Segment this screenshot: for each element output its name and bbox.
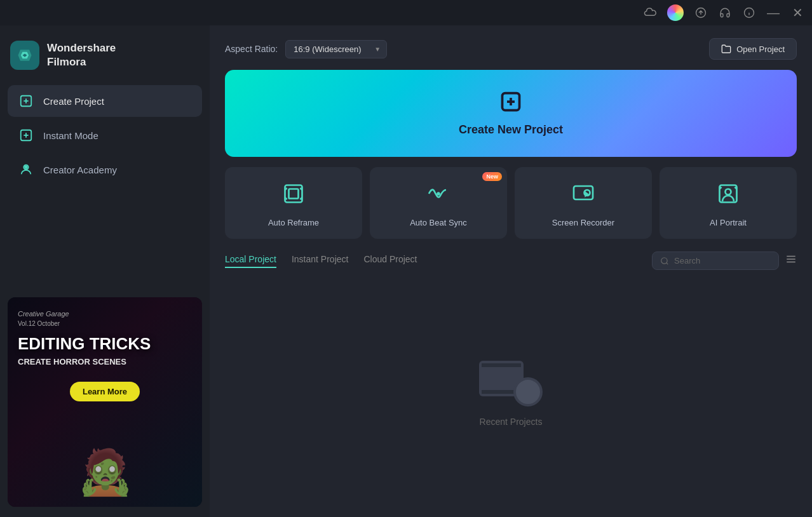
titlebar: — ✕ (0, 0, 812, 25)
instant-mode-icon (18, 127, 34, 144)
projects-header: Local Project Instant Project Cloud Proj… (225, 252, 797, 270)
aspect-ratio-label: Aspect Ratio: (225, 44, 278, 54)
cloud-icon[interactable] (643, 6, 657, 20)
feature-card-screen-recorder[interactable]: Screen Recorder (515, 167, 652, 239)
promo-desc: CREATE HORROR SCENES (18, 357, 192, 366)
sidebar-item-instant-mode-label: Instant Mode (43, 130, 98, 141)
headphones-icon[interactable] (718, 6, 732, 20)
project-tabs: Local Project Instant Project Cloud Proj… (225, 254, 417, 268)
svg-point-19 (438, 193, 440, 195)
aspect-ratio-wrapper: 16:9 (Widescreen) 9:16 (Portrait) 1:1 (S… (285, 40, 387, 58)
create-banner-icon (499, 90, 522, 118)
tab-cloud-project[interactable]: Cloud Project (363, 254, 417, 268)
feature-card-auto-beat-sync[interactable]: New Auto Beat Sync (370, 167, 507, 239)
list-view-icon[interactable] (785, 253, 797, 268)
sidebar-item-creator-academy[interactable]: Creator Academy (8, 154, 202, 185)
promo-subtitle: Creative Garage (18, 310, 192, 318)
svg-point-23 (726, 189, 731, 195)
promo-card[interactable]: Creative Garage Vol.12 October EDITING T… (8, 297, 202, 507)
promo-title: EDITING TRICKS (18, 335, 192, 353)
promo-content: Creative Garage Vol.12 October EDITING T… (8, 297, 202, 507)
aspect-ratio-select[interactable]: 16:9 (Widescreen) 9:16 (Portrait) 1:1 (S… (285, 40, 387, 58)
tab-instant-project[interactable]: Instant Project (292, 254, 349, 268)
svg-point-24 (661, 257, 667, 263)
app-logo (10, 41, 39, 70)
sidebar: Wondershare Filmora Create Project (0, 25, 210, 517)
sidebar-item-instant-mode[interactable]: Instant Mode (8, 119, 202, 151)
search-icon (660, 257, 669, 265)
app-container: Wondershare Filmora Create Project (0, 25, 812, 517)
svg-rect-17 (285, 185, 302, 203)
app-name: Wondershare Filmora (47, 41, 116, 69)
empty-state: Recent Projects (225, 278, 797, 504)
auto-beat-sync-label: Auto Beat Sync (410, 218, 467, 227)
folder-icon (721, 44, 731, 54)
film-circle (513, 377, 543, 406)
new-badge: New (482, 172, 502, 181)
screen-recorder-icon (572, 182, 595, 210)
feature-cards: Auto Reframe New Auto Beat Sync (225, 167, 797, 239)
close-button[interactable]: ✕ (790, 6, 804, 20)
screen-recorder-label: Screen Recorder (552, 218, 614, 227)
ai-portrait-icon (717, 182, 740, 210)
creator-academy-icon (18, 161, 34, 178)
create-banner-text: Create New Project (459, 123, 563, 137)
svg-point-13 (25, 166, 27, 169)
feature-card-ai-portrait[interactable]: AI Portrait (660, 167, 797, 239)
feature-card-auto-reframe[interactable]: Auto Reframe (225, 167, 362, 239)
main-content: Aspect Ratio: 16:9 (Widescreen) 9:16 (Po… (210, 25, 812, 517)
top-bar: Aspect Ratio: 16:9 (Widescreen) 9:16 (Po… (225, 38, 797, 60)
promo-learn-more-button[interactable]: Learn More (70, 382, 140, 401)
upload-icon[interactable] (694, 6, 708, 20)
aspect-ratio-area: Aspect Ratio: 16:9 (Widescreen) 9:16 (Po… (225, 40, 387, 58)
create-project-icon (18, 93, 34, 109)
auto-reframe-label: Auto Reframe (268, 218, 319, 227)
promo-vol: Vol.12 October (18, 320, 192, 327)
search-box (652, 252, 779, 270)
auto-reframe-icon (282, 182, 305, 210)
tab-local-project[interactable]: Local Project (225, 254, 276, 268)
search-input[interactable] (674, 256, 763, 265)
svg-rect-18 (289, 189, 299, 199)
sidebar-item-creator-academy-label: Creator Academy (43, 164, 117, 175)
promo-figure: 🧟 (18, 450, 192, 494)
auto-beat-sync-icon (427, 182, 450, 210)
create-new-project-banner[interactable]: Create New Project (225, 70, 797, 157)
logo-area: Wondershare Filmora (8, 36, 202, 85)
open-project-label: Open Project (736, 44, 785, 54)
empty-state-illustration (479, 356, 543, 406)
projects-section: Local Project Instant Project Cloud Proj… (225, 252, 797, 504)
recent-projects-label: Recent Projects (480, 417, 543, 427)
sidebar-item-create-project[interactable]: Create Project (8, 85, 202, 117)
minimize-button[interactable]: — (766, 6, 780, 20)
open-project-button[interactable]: Open Project (709, 38, 797, 60)
sidebar-item-create-project-label: Create Project (43, 96, 104, 107)
search-area (652, 252, 797, 270)
ai-portrait-label: AI Portrait (710, 218, 747, 227)
info-icon[interactable] (742, 6, 756, 20)
user-avatar-icon[interactable] (667, 4, 684, 21)
